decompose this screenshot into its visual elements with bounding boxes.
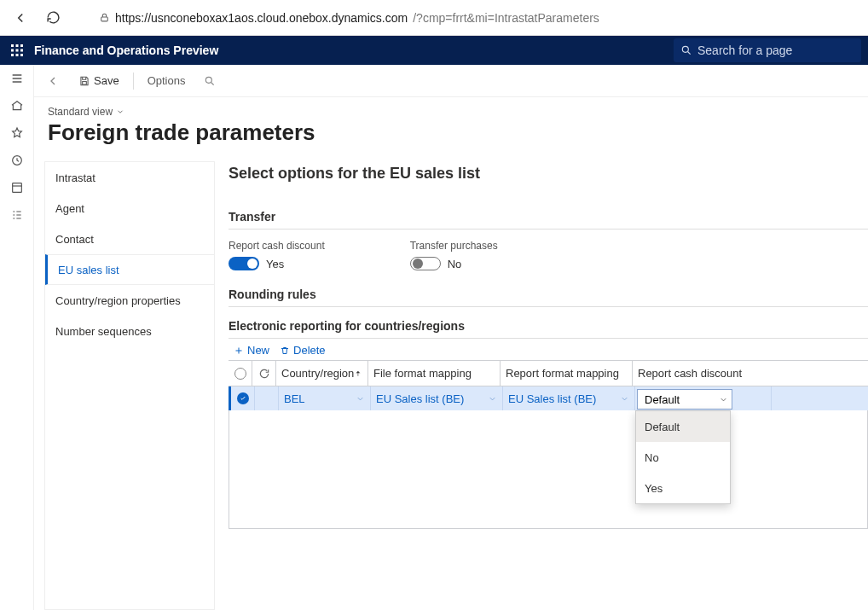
home-icon[interactable] [9, 97, 26, 114]
page-title: Foreign trade parameters [48, 119, 854, 146]
svg-rect-1 [11, 44, 14, 47]
hamburger-icon[interactable] [9, 70, 26, 87]
star-icon[interactable] [9, 125, 26, 142]
global-search[interactable]: Search for a page [674, 38, 861, 62]
svg-rect-2 [16, 44, 19, 47]
lock-icon [99, 12, 110, 23]
recent-icon[interactable] [9, 152, 26, 169]
svg-rect-4 [11, 49, 14, 52]
dropdown-option-yes[interactable]: Yes [636, 473, 730, 503]
report-cash-discount-value: Yes [266, 258, 284, 270]
grid-empty-area [229, 410, 868, 528]
search-icon [680, 44, 692, 56]
back-button[interactable] [41, 68, 65, 94]
grid-header: Country/region File format mapping Repor… [229, 361, 868, 386]
grid-row[interactable]: BEL EU Sales list (BE) EU Sales list (BE… [229, 386, 868, 410]
cell-report-format-mapping[interactable]: EU Sales list (BE) [503, 386, 635, 410]
browser-url[interactable]: https://usnconeboxax1aos.cloud.onebox.dy… [99, 11, 859, 25]
workspace-icon[interactable] [9, 179, 26, 196]
grid-toolbar: New Delete [229, 339, 868, 360]
cell-report-cash-discount[interactable]: Default No Yes [635, 386, 772, 410]
svg-rect-3 [20, 44, 23, 47]
tab-number-sequences[interactable]: Number sequences [45, 316, 214, 346]
chevron-down-icon [116, 107, 124, 116]
cell-file-format-mapping[interactable]: EU Sales list (BE) [371, 386, 503, 410]
report-cash-discount-label: Report cash discount [229, 240, 325, 252]
report-cash-discount-input[interactable] [643, 392, 711, 407]
delete-button[interactable]: Delete [280, 344, 326, 357]
new-button[interactable]: New [234, 344, 269, 357]
view-selector[interactable]: Standard view [48, 106, 854, 118]
cell-country-region[interactable]: BEL [279, 386, 371, 410]
transfer-purchases-toggle[interactable] [410, 257, 441, 270]
browser-back-button[interactable] [9, 6, 32, 30]
browser-refresh-button[interactable] [41, 6, 65, 30]
url-path: /?cmp=frrt&mi=IntrastatParameters [413, 11, 599, 25]
report-cash-discount-dropdown: Default No Yes [635, 410, 731, 504]
url-host: https://usnconeboxax1aos.cloud.onebox.dy… [115, 11, 408, 25]
svg-rect-6 [20, 49, 23, 52]
action-search-button[interactable] [199, 68, 221, 94]
check-icon [237, 392, 249, 404]
col-report-format-mapping[interactable]: Report format mapping [501, 361, 633, 386]
svg-point-14 [206, 77, 212, 83]
plus-icon [234, 346, 244, 356]
view-label: Standard view [48, 106, 113, 118]
save-label: Save [94, 74, 119, 87]
svg-rect-9 [20, 54, 23, 56]
col-file-format-mapping[interactable]: File format mapping [368, 361, 501, 386]
sort-asc-icon [354, 369, 362, 378]
refresh-column-header[interactable] [252, 361, 276, 386]
col-report-cash-discount[interactable]: Report cash discount [633, 361, 769, 386]
row-selected-indicator[interactable] [231, 386, 255, 410]
countries-grid: Country/region File format mapping Repor… [229, 360, 868, 529]
search-placeholder: Search for a page [697, 44, 792, 57]
svg-rect-7 [11, 54, 14, 56]
chevron-down-icon [719, 395, 728, 404]
vertical-tabs: Intrastat Agent Contact EU sales list Co… [44, 161, 215, 610]
chevron-down-icon [488, 394, 497, 404]
row-refresh-cell [255, 386, 279, 410]
tab-intrastat[interactable]: Intrastat [45, 162, 214, 193]
section-electronic-reporting[interactable]: Electronic reporting for countries/regio… [229, 314, 868, 339]
content-heading: Select options for the EU sales list [229, 165, 868, 183]
dropdown-option-default[interactable]: Default [636, 411, 730, 442]
new-label: New [247, 344, 269, 357]
delete-label: Delete [293, 344, 326, 357]
dropdown-option-no[interactable]: No [636, 442, 730, 473]
action-bar: Save Options [34, 65, 868, 97]
left-rail [0, 65, 34, 610]
chevron-down-icon [356, 394, 365, 404]
svg-point-10 [682, 46, 688, 52]
modules-icon[interactable] [9, 206, 26, 224]
svg-rect-12 [12, 183, 21, 193]
section-transfer[interactable]: Transfer [229, 205, 868, 229]
save-button[interactable]: Save [73, 68, 124, 94]
options-label: Options [148, 74, 186, 87]
trash-icon [280, 346, 290, 356]
app-header: Finance and Operations Preview Search fo… [0, 36, 868, 65]
tab-eu-sales-list[interactable]: EU sales list [45, 254, 214, 285]
app-launcher-icon[interactable] [0, 36, 34, 65]
transfer-purchases-label: Transfer purchases [410, 240, 498, 252]
svg-rect-8 [16, 54, 19, 56]
col-country-region[interactable]: Country/region [276, 361, 368, 386]
app-title: Finance and Operations Preview [34, 44, 218, 57]
report-cash-discount-combobox[interactable] [637, 389, 732, 410]
svg-rect-0 [101, 17, 108, 21]
browser-address-bar: https://usnconeboxax1aos.cloud.onebox.dy… [0, 0, 868, 36]
search-icon [204, 75, 216, 87]
svg-rect-13 [83, 81, 87, 84]
transfer-purchases-value: No [448, 258, 462, 270]
save-icon [78, 75, 90, 87]
svg-rect-5 [16, 49, 19, 52]
chevron-down-icon [620, 394, 629, 404]
tab-agent[interactable]: Agent [45, 193, 214, 224]
select-all-header[interactable] [229, 361, 252, 386]
section-rounding-rules[interactable]: Rounding rules [229, 282, 868, 307]
tab-contact[interactable]: Contact [45, 224, 214, 254]
tab-country-region-properties[interactable]: Country/region properties [45, 285, 214, 316]
options-button[interactable]: Options [142, 68, 191, 94]
report-cash-discount-toggle[interactable] [229, 257, 259, 270]
